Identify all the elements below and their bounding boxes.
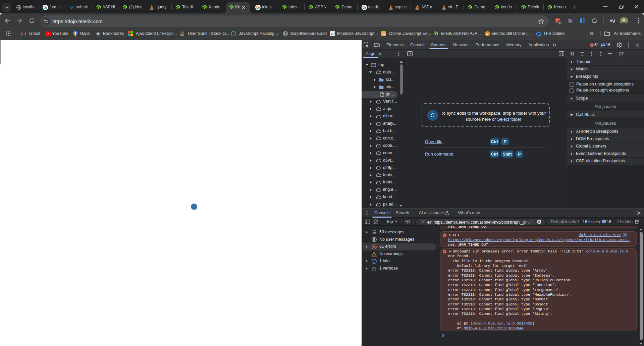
- svg-text:w: w: [486, 32, 488, 35]
- svg-text:Js: Js: [382, 32, 385, 36]
- svg-text:LP: LP: [331, 32, 335, 36]
